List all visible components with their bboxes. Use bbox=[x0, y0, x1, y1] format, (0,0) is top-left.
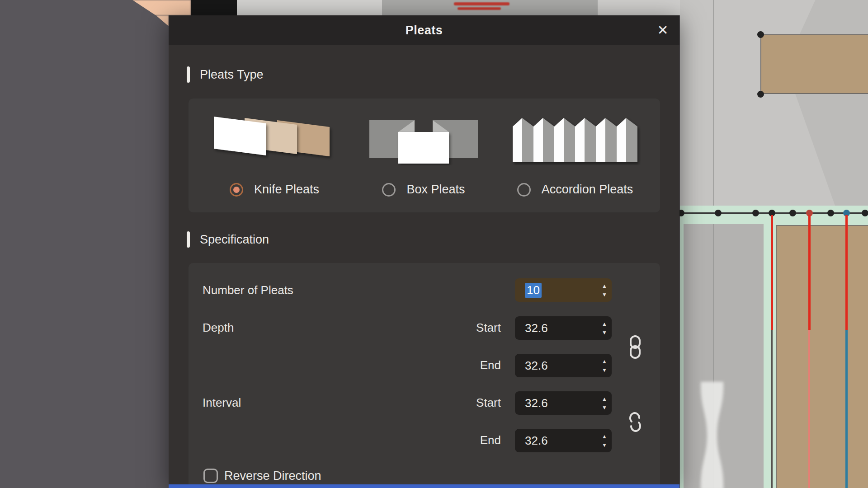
spin-up-button[interactable]: ▲ bbox=[602, 359, 607, 364]
spin-up-button[interactable]: ▲ bbox=[602, 396, 607, 402]
background-light-band bbox=[237, 0, 382, 15]
interval-end-stepper: ▲ ▼ bbox=[602, 434, 607, 448]
edge-point bbox=[862, 210, 868, 216]
spin-up-button[interactable]: ▲ bbox=[602, 321, 607, 327]
radio-accordion-pleats-label[interactable]: Accordion Pleats bbox=[542, 183, 633, 197]
depth-end-value: 32.6 bbox=[525, 359, 548, 373]
interval-link-toggle[interactable] bbox=[625, 410, 645, 434]
depth-start-input[interactable]: 32.6 ▲ ▼ bbox=[515, 316, 612, 340]
interval-start-value: 32.6 bbox=[525, 396, 548, 410]
pleats-type-heading: Pleats Type bbox=[200, 68, 264, 82]
radio-knife-pleats[interactable] bbox=[230, 183, 243, 197]
stitch-mark-red-2 bbox=[458, 7, 501, 10]
interval-end-value: 32.6 bbox=[525, 434, 548, 448]
option-box-pleats[interactable]: Box Pleats bbox=[356, 99, 491, 212]
pattern-piece-white bbox=[699, 382, 725, 488]
depth-end-input[interactable]: 32.6 ▲ ▼ bbox=[515, 354, 612, 377]
section-bar-icon bbox=[187, 66, 190, 83]
background-dark-band bbox=[191, 0, 237, 15]
pleat-line-red bbox=[808, 215, 811, 330]
depth-label: Depth bbox=[203, 320, 234, 335]
stitch-mark-red bbox=[454, 2, 509, 5]
close-button[interactable]: ✕ bbox=[654, 21, 672, 39]
spin-down-button[interactable]: ▼ bbox=[602, 292, 607, 297]
reverse-direction-label[interactable]: Reverse Direction bbox=[224, 469, 321, 483]
interval-end-input[interactable]: 32.6 ▲ ▼ bbox=[515, 429, 612, 452]
app-workspace: Pleats ✕ Pleats Type bbox=[0, 0, 868, 488]
spin-down-button[interactable]: ▼ bbox=[602, 330, 607, 335]
specification-panel: Number of Pleats 10 ▲ ▼ Depth Start 32.6… bbox=[189, 263, 660, 488]
pleat-line-red bbox=[771, 215, 773, 330]
dialog-bottom-accent-bar bbox=[169, 484, 679, 488]
pleats-type-panel: Knife Pleats Box Pleats bbox=[189, 99, 660, 212]
spin-down-button[interactable]: ▼ bbox=[602, 405, 607, 410]
pattern-point bbox=[757, 91, 764, 98]
radio-box-pleats-label[interactable]: Box Pleats bbox=[406, 183, 465, 197]
dialog-title: Pleats bbox=[169, 15, 679, 45]
depth-start-stepper: ▲ ▼ bbox=[602, 321, 607, 335]
reverse-direction-checkbox[interactable] bbox=[203, 469, 218, 483]
depth-end-stepper: ▲ ▼ bbox=[602, 359, 607, 373]
pleat-line-gray bbox=[771, 330, 773, 488]
number-of-pleats-label: Number of Pleats bbox=[203, 283, 293, 297]
number-of-pleats-stepper: ▲ ▼ bbox=[602, 283, 607, 297]
spin-up-button[interactable]: ▲ bbox=[602, 283, 607, 289]
number-of-pleats-input[interactable]: 10 ▲ ▼ bbox=[515, 278, 612, 302]
depth-end-label: End bbox=[415, 358, 501, 372]
pleats-type-header: Pleats Type bbox=[187, 66, 264, 83]
chain-broken-icon bbox=[625, 410, 645, 434]
number-of-pleats-value: 10 bbox=[525, 283, 542, 298]
pleats-dialog: Pleats ✕ Pleats Type bbox=[169, 15, 679, 488]
option-accordion-pleats[interactable]: Accordion Pleats bbox=[500, 99, 650, 212]
pattern-piece-top bbox=[760, 34, 868, 94]
chain-linked-icon bbox=[625, 335, 645, 359]
specification-header: Specification bbox=[187, 231, 269, 248]
pleat-line-red bbox=[845, 215, 848, 330]
knife-pleats-icon bbox=[202, 115, 347, 165]
spin-down-button[interactable]: ▼ bbox=[602, 367, 607, 373]
accordion-pleats-icon bbox=[500, 115, 650, 165]
background-light-band-2 bbox=[598, 0, 680, 15]
depth-link-toggle[interactable] bbox=[625, 335, 645, 359]
spin-up-button[interactable]: ▲ bbox=[602, 434, 607, 439]
depth-start-value: 32.6 bbox=[525, 321, 548, 335]
interval-end-label: End bbox=[415, 433, 501, 447]
spin-down-button[interactable]: ▼ bbox=[602, 442, 607, 448]
box-pleats-icon bbox=[356, 115, 491, 165]
interval-label: Interval bbox=[203, 395, 241, 410]
edge-point bbox=[789, 210, 796, 216]
radio-box-pleats[interactable] bbox=[382, 183, 396, 197]
pleat-line-teal bbox=[845, 330, 848, 488]
interval-start-stepper: ▲ ▼ bbox=[602, 396, 607, 410]
specification-heading: Specification bbox=[200, 233, 269, 247]
edge-point bbox=[827, 210, 834, 216]
pattern-point bbox=[757, 31, 764, 38]
dialog-titlebar[interactable]: Pleats ✕ bbox=[169, 15, 679, 45]
radio-knife-pleats-label[interactable]: Knife Pleats bbox=[254, 183, 319, 197]
option-knife-pleats[interactable]: Knife Pleats bbox=[202, 99, 347, 212]
pleat-line-pink bbox=[808, 330, 810, 488]
edge-point bbox=[715, 210, 722, 216]
edge-point bbox=[752, 210, 759, 216]
pattern-piece-bottom bbox=[776, 225, 868, 488]
interval-start-label: Start bbox=[415, 395, 501, 410]
section-bar-icon bbox=[187, 231, 190, 248]
interval-start-input[interactable]: 32.6 ▲ ▼ bbox=[515, 391, 612, 415]
radio-accordion-pleats[interactable] bbox=[517, 183, 531, 197]
depth-start-label: Start bbox=[415, 320, 501, 335]
